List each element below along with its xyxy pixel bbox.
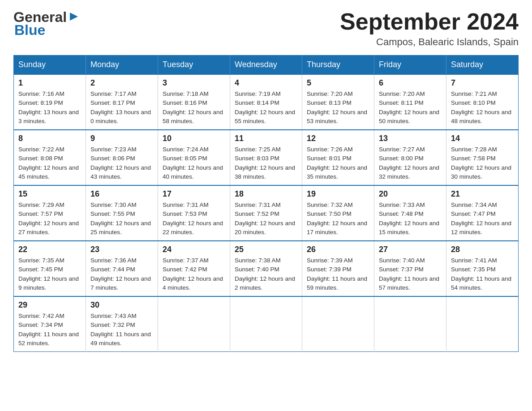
calendar-cell-w5-d6 bbox=[374, 296, 446, 352]
col-saturday: Saturday bbox=[446, 56, 519, 75]
calendar-cell-w5-d1: 29 Sunrise: 7:42 AMSunset: 7:34 PMDaylig… bbox=[14, 296, 86, 352]
calendar-cell-w3-d5: 19 Sunrise: 7:32 AMSunset: 7:50 PMDaylig… bbox=[302, 185, 374, 241]
day-info: Sunrise: 7:23 AMSunset: 8:06 PMDaylight:… bbox=[90, 145, 153, 181]
day-number: 19 bbox=[307, 189, 369, 199]
title-block: September 2024 Campos, Balearic Islands,… bbox=[340, 9, 519, 48]
day-info: Sunrise: 7:19 AMSunset: 8:14 PMDaylight:… bbox=[235, 90, 297, 126]
day-number: 29 bbox=[18, 300, 81, 310]
day-number: 25 bbox=[235, 245, 297, 254]
day-info: Sunrise: 7:31 AMSunset: 7:52 PMDaylight:… bbox=[235, 201, 297, 237]
day-number: 26 bbox=[307, 245, 369, 254]
day-info: Sunrise: 7:21 AMSunset: 8:10 PMDaylight:… bbox=[451, 90, 514, 126]
day-info: Sunrise: 7:25 AMSunset: 8:03 PMDaylight:… bbox=[235, 145, 297, 181]
day-info: Sunrise: 7:24 AMSunset: 8:05 PMDaylight:… bbox=[163, 145, 225, 181]
day-info: Sunrise: 7:29 AMSunset: 7:57 PMDaylight:… bbox=[18, 201, 81, 237]
day-number: 8 bbox=[18, 134, 81, 143]
calendar-cell-w4-d2: 23 Sunrise: 7:36 AMSunset: 7:44 PMDaylig… bbox=[86, 241, 158, 296]
calendar-cell-w1-d6: 6 Sunrise: 7:20 AMSunset: 8:11 PMDayligh… bbox=[374, 74, 446, 130]
calendar-cell-w3-d4: 18 Sunrise: 7:31 AMSunset: 7:52 PMDaylig… bbox=[230, 185, 302, 241]
calendar-cell-w2-d5: 12 Sunrise: 7:26 AMSunset: 8:01 PMDaylig… bbox=[302, 130, 374, 185]
calendar-cell-w5-d5 bbox=[302, 296, 374, 352]
day-number: 24 bbox=[163, 245, 225, 254]
week-row-3: 15 Sunrise: 7:29 AMSunset: 7:57 PMDaylig… bbox=[14, 185, 519, 241]
day-number: 12 bbox=[307, 134, 369, 143]
day-info: Sunrise: 7:28 AMSunset: 7:58 PMDaylight:… bbox=[451, 145, 514, 181]
calendar-cell-w3-d3: 17 Sunrise: 7:31 AMSunset: 7:53 PMDaylig… bbox=[158, 185, 230, 241]
col-tuesday: Tuesday bbox=[158, 56, 230, 75]
calendar-cell-w4-d1: 22 Sunrise: 7:35 AMSunset: 7:45 PMDaylig… bbox=[14, 241, 86, 296]
day-info: Sunrise: 7:22 AMSunset: 8:08 PMDaylight:… bbox=[18, 145, 81, 181]
day-number: 10 bbox=[163, 134, 225, 143]
calendar-table: Sunday Monday Tuesday Wednesday Thursday… bbox=[13, 55, 519, 352]
day-number: 15 bbox=[18, 189, 81, 199]
day-info: Sunrise: 7:34 AMSunset: 7:47 PMDaylight:… bbox=[451, 201, 514, 237]
day-info: Sunrise: 7:20 AMSunset: 8:11 PMDaylight:… bbox=[379, 90, 442, 126]
calendar-cell-w3-d2: 16 Sunrise: 7:30 AMSunset: 7:55 PMDaylig… bbox=[86, 185, 158, 241]
day-number: 14 bbox=[451, 134, 514, 143]
calendar-cell-w5-d3 bbox=[158, 296, 230, 352]
calendar-cell-w4-d7: 28 Sunrise: 7:41 AMSunset: 7:35 PMDaylig… bbox=[446, 241, 519, 296]
calendar-cell-w4-d5: 26 Sunrise: 7:39 AMSunset: 7:39 PMDaylig… bbox=[302, 241, 374, 296]
week-row-4: 22 Sunrise: 7:35 AMSunset: 7:45 PMDaylig… bbox=[14, 241, 519, 296]
calendar-cell-w2-d7: 14 Sunrise: 7:28 AMSunset: 7:58 PMDaylig… bbox=[446, 130, 519, 185]
day-number: 2 bbox=[90, 78, 153, 88]
day-info: Sunrise: 7:17 AMSunset: 8:17 PMDaylight:… bbox=[90, 90, 153, 126]
calendar-cell-w5-d2: 30 Sunrise: 7:43 AMSunset: 7:32 PMDaylig… bbox=[86, 296, 158, 352]
calendar-cell-w1-d2: 2 Sunrise: 7:17 AMSunset: 8:17 PMDayligh… bbox=[86, 74, 158, 130]
calendar-body: 1 Sunrise: 7:16 AMSunset: 8:19 PMDayligh… bbox=[14, 74, 519, 352]
day-info: Sunrise: 7:31 AMSunset: 7:53 PMDaylight:… bbox=[163, 201, 225, 237]
location-subtitle: Campos, Balearic Islands, Spain bbox=[340, 36, 519, 48]
day-number: 11 bbox=[235, 134, 297, 143]
day-number: 23 bbox=[90, 245, 153, 254]
svg-marker-0 bbox=[70, 13, 78, 21]
week-row-1: 1 Sunrise: 7:16 AMSunset: 8:19 PMDayligh… bbox=[14, 74, 519, 130]
week-row-5: 29 Sunrise: 7:42 AMSunset: 7:34 PMDaylig… bbox=[14, 296, 519, 352]
day-number: 7 bbox=[451, 78, 514, 88]
day-number: 27 bbox=[379, 245, 442, 254]
calendar-header: Sunday Monday Tuesday Wednesday Thursday… bbox=[14, 56, 519, 75]
day-number: 20 bbox=[379, 189, 442, 199]
calendar-cell-w1-d1: 1 Sunrise: 7:16 AMSunset: 8:19 PMDayligh… bbox=[14, 74, 86, 130]
day-number: 13 bbox=[379, 134, 442, 143]
calendar-cell-w2-d1: 8 Sunrise: 7:22 AMSunset: 8:08 PMDayligh… bbox=[14, 130, 86, 185]
logo-blue: Blue bbox=[14, 22, 45, 39]
day-number: 21 bbox=[451, 189, 514, 199]
day-info: Sunrise: 7:43 AMSunset: 7:32 PMDaylight:… bbox=[90, 312, 153, 348]
day-info: Sunrise: 7:30 AMSunset: 7:55 PMDaylight:… bbox=[90, 201, 153, 237]
day-info: Sunrise: 7:18 AMSunset: 8:16 PMDaylight:… bbox=[163, 90, 225, 126]
calendar-cell-w1-d4: 4 Sunrise: 7:19 AMSunset: 8:14 PMDayligh… bbox=[230, 74, 302, 130]
calendar-cell-w2-d4: 11 Sunrise: 7:25 AMSunset: 8:03 PMDaylig… bbox=[230, 130, 302, 185]
calendar-cell-w3-d7: 21 Sunrise: 7:34 AMSunset: 7:47 PMDaylig… bbox=[446, 185, 519, 241]
month-title: September 2024 bbox=[340, 9, 519, 34]
day-info: Sunrise: 7:16 AMSunset: 8:19 PMDaylight:… bbox=[18, 90, 81, 126]
col-thursday: Thursday bbox=[302, 56, 374, 75]
day-info: Sunrise: 7:38 AMSunset: 7:40 PMDaylight:… bbox=[235, 256, 297, 292]
day-number: 3 bbox=[163, 78, 225, 88]
day-info: Sunrise: 7:41 AMSunset: 7:35 PMDaylight:… bbox=[451, 256, 514, 292]
day-info: Sunrise: 7:32 AMSunset: 7:50 PMDaylight:… bbox=[307, 201, 369, 237]
calendar-cell-w4-d6: 27 Sunrise: 7:40 AMSunset: 7:37 PMDaylig… bbox=[374, 241, 446, 296]
calendar-cell-w1-d7: 7 Sunrise: 7:21 AMSunset: 8:10 PMDayligh… bbox=[446, 74, 519, 130]
col-friday: Friday bbox=[374, 56, 446, 75]
header-row: Sunday Monday Tuesday Wednesday Thursday… bbox=[14, 56, 519, 75]
day-number: 17 bbox=[163, 189, 225, 199]
calendar-cell-w1-d5: 5 Sunrise: 7:20 AMSunset: 8:13 PMDayligh… bbox=[302, 74, 374, 130]
col-sunday: Sunday bbox=[14, 56, 86, 75]
logo-triangle-icon bbox=[68, 11, 80, 22]
day-info: Sunrise: 7:20 AMSunset: 8:13 PMDaylight:… bbox=[307, 90, 369, 126]
day-info: Sunrise: 7:33 AMSunset: 7:48 PMDaylight:… bbox=[379, 201, 442, 237]
day-number: 30 bbox=[90, 300, 153, 310]
day-info: Sunrise: 7:39 AMSunset: 7:39 PMDaylight:… bbox=[307, 256, 369, 292]
day-number: 4 bbox=[235, 78, 297, 88]
calendar-cell-w3-d1: 15 Sunrise: 7:29 AMSunset: 7:57 PMDaylig… bbox=[14, 185, 86, 241]
day-number: 9 bbox=[90, 134, 153, 143]
day-number: 6 bbox=[379, 78, 442, 88]
day-number: 16 bbox=[90, 189, 153, 199]
calendar-cell-w3-d6: 20 Sunrise: 7:33 AMSunset: 7:48 PMDaylig… bbox=[374, 185, 446, 241]
col-wednesday: Wednesday bbox=[230, 56, 302, 75]
day-info: Sunrise: 7:37 AMSunset: 7:42 PMDaylight:… bbox=[163, 256, 225, 292]
day-info: Sunrise: 7:27 AMSunset: 8:00 PMDaylight:… bbox=[379, 145, 442, 181]
day-info: Sunrise: 7:35 AMSunset: 7:45 PMDaylight:… bbox=[18, 256, 81, 292]
calendar-cell-w2-d6: 13 Sunrise: 7:27 AMSunset: 8:00 PMDaylig… bbox=[374, 130, 446, 185]
col-monday: Monday bbox=[86, 56, 158, 75]
